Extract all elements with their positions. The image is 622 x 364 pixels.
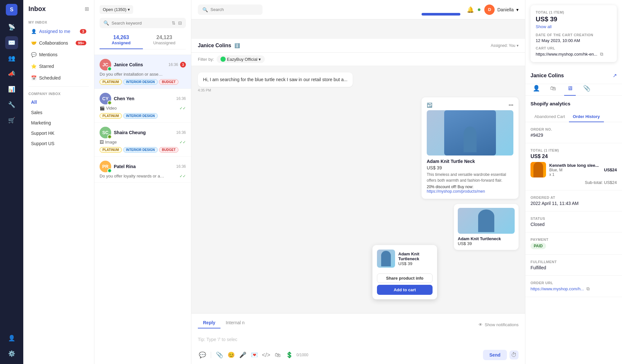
collab-icon: 🤝	[31, 40, 37, 46]
payment-label: PAYMENT	[531, 238, 617, 241]
sticker-icon[interactable]: 💌	[250, 350, 259, 359]
copy-url-icon[interactable]: ⧉	[600, 51, 603, 57]
sidebar-item-assigned-to-me[interactable]: 👤 Assigned to me 3	[26, 26, 91, 37]
product-image	[427, 110, 513, 155]
send-options-icon[interactable]: ⏱	[509, 350, 519, 359]
open-dropdown[interactable]: Open (1350) ▾	[100, 5, 133, 14]
nav-automation-icon[interactable]: 🔧	[5, 98, 18, 111]
share-product-info-button[interactable]: Share product info	[377, 273, 433, 283]
order-payment-section: PAYMENT PAID	[525, 232, 622, 255]
toolbar-right: Send ⏱	[483, 350, 519, 360]
notification-bell-icon[interactable]: 🔔	[467, 6, 474, 13]
nav-contacts-icon[interactable]: 👥	[5, 52, 18, 65]
sidebar-item-mentions[interactable]: 💬 Mentions	[26, 49, 91, 60]
attachment-icon[interactable]: 📎	[215, 350, 224, 359]
product-discount: 20% discount off! Buy now: https://mysho…	[427, 185, 513, 194]
nav-broadcast-icon[interactable]: 📣	[5, 67, 18, 80]
tab-assigned[interactable]: 14,263 Assigned	[100, 31, 143, 49]
search-input[interactable]	[112, 21, 169, 26]
conv-item-janice[interactable]: JC ✓ Janice Colins 16:36 3 Do you offer …	[94, 55, 191, 89]
mini-product-info: Adam Knit Turtleneck US$ 39	[398, 252, 433, 266]
chat-area: 🔍 🔔 D Daniella ▾ Janice Colins ℹ️ Assign…	[191, 0, 525, 364]
tab-unassigned[interactable]: 24,123 Unassigned	[143, 31, 186, 49]
sidebar-item-support-hk[interactable]: Support HK	[26, 128, 91, 138]
audio-icon[interactable]: 🎤	[238, 350, 247, 359]
sort-icon[interactable]: ⇅	[172, 20, 176, 26]
tab-icon-bag[interactable]: 🛍	[547, 84, 559, 96]
add-to-cart-button[interactable]: Add to cart	[377, 285, 433, 295]
emoji-icon[interactable]: 😊	[227, 350, 236, 359]
sidebar-item-marketing[interactable]: Marketing	[26, 118, 91, 128]
cart-date-label: DATE OF THE CART CREATION	[536, 33, 612, 37]
platform-wechat-dot-2: ✓	[107, 134, 112, 139]
msg-text-incoming: Hi, I am searching for the blue turtle n…	[203, 77, 348, 82]
user-info[interactable]: D Daniella ▾	[484, 5, 519, 15]
order-status-section: STATUS Closed	[525, 211, 622, 232]
sidebar-item-all[interactable]: All	[26, 97, 91, 107]
sidebar-item-support-us[interactable]: Support US	[26, 138, 91, 149]
tab-icon-person[interactable]: 👤	[531, 84, 542, 96]
tab-icon-monitor[interactable]: 🖥	[564, 84, 576, 96]
code-icon[interactable]: </>	[262, 350, 271, 359]
sidebar-item-collaborations[interactable]: 🤝 Collaborations 99+	[26, 37, 91, 49]
app-logo[interactable]: S	[6, 4, 17, 16]
tab-internal[interactable]: Internal n	[220, 317, 250, 328]
sidebar-item-starred[interactable]: ⭐ Starred	[26, 60, 91, 72]
global-search-input[interactable]	[210, 7, 265, 12]
conversation-list: Open (1350) ▾ 🔍 ⇅ ⊟ 14,263 Assigned 24,1…	[94, 0, 191, 364]
order-url-row: https://www.myshop.com/h... ⧉	[531, 286, 617, 292]
copy-order-url-icon[interactable]: ⧉	[586, 286, 590, 292]
product-image-2	[458, 208, 515, 234]
nav-settings-icon[interactable]: ⚙️	[5, 347, 18, 360]
external-link-icon[interactable]: ↗	[613, 72, 617, 79]
product-link[interactable]: https://myshop.com/products/men	[427, 189, 485, 194]
contact-info-icon[interactable]: ℹ️	[234, 43, 240, 48]
chat-input-box[interactable]: Tip: Type '/' to selec	[198, 334, 519, 347]
order-total-section: TOTAL (1 ITEM) US$ 24 Kenneth blue long …	[525, 143, 622, 190]
char-count: 0/1000	[296, 353, 308, 357]
product-icon[interactable]: 🛍	[273, 350, 282, 359]
order-item-info: Kenneth blue long slee... Blue, M x 1	[549, 163, 601, 177]
input-tip-text: Tip: Type '/' to selec	[198, 337, 237, 342]
right-panel: TOTAL (1 ITEM) US$ 39 Show all DATE OF T…	[525, 0, 622, 364]
user-dropdown-icon[interactable]: ▾	[516, 7, 519, 12]
tab-reply[interactable]: Reply	[198, 317, 220, 328]
filter-icon[interactable]: ⊟	[178, 20, 182, 26]
subtotal-value: US$24	[604, 180, 617, 185]
tab-icon-paperclip[interactable]: 📎	[581, 84, 593, 96]
reply-icon[interactable]: ↩️	[427, 102, 432, 108]
conv-preview-2: Image	[105, 140, 117, 145]
cart-show-all-link[interactable]: Show all	[536, 24, 612, 29]
nav-inbox-icon[interactable]: ✉️	[5, 36, 18, 49]
nav-cart-icon[interactable]: 🛒	[5, 114, 18, 127]
conv-item-shaira[interactable]: SC ✓ Shaira Cheung 16:36 🖼 Image ✓✓ PLAT…	[94, 123, 191, 157]
sidebar-item-scheduled[interactable]: 📅 Scheduled	[26, 72, 91, 84]
order-url-label: ORDER URL	[531, 281, 617, 285]
subtab-abandoned-cart[interactable]: Abandoned Cart	[531, 112, 569, 122]
my-inbox-label: MY INBOX	[23, 18, 94, 26]
show-notifications-btn[interactable]: 👁 Show notifications	[478, 322, 519, 327]
cart-url-value: https://www.myshop.com/hk-en...	[536, 52, 597, 57]
order-url-link[interactable]: https://www.myshop.com/h...	[531, 286, 584, 291]
msg-time-incoming: 4:35 PM	[198, 88, 211, 92]
subtab-order-history[interactable]: Order History	[569, 112, 604, 122]
conv-item-chen[interactable]: CY ✓ Chen Yen 16:36 🎬 Video ✓✓ PLATINUM …	[94, 89, 191, 123]
send-button[interactable]: Send	[483, 350, 507, 360]
scheduled-label: Scheduled	[39, 75, 60, 80]
conv-preview-3: Do you offer loyalty rewards or a custom…	[100, 174, 164, 178]
nav-feed-icon[interactable]: 📡	[5, 21, 18, 34]
filter-chip[interactable]: EazyBuy Official ▾	[217, 55, 265, 63]
dollar-icon[interactable]: 💲	[285, 350, 294, 359]
nav-analytics-icon[interactable]: 📊	[5, 83, 18, 96]
sidebar-toggle-icon[interactable]: ⊞	[85, 6, 89, 12]
nav-user-icon[interactable]: 👤	[5, 332, 18, 345]
assigned-dropdown-icon[interactable]: ▾	[517, 43, 519, 48]
assigned-count: 14,263	[100, 35, 143, 40]
order-item-image	[531, 162, 546, 177]
sidebar-item-sales[interactable]: Sales	[26, 107, 91, 118]
more-options-icon[interactable]: •••	[509, 102, 513, 108]
filter-by-label: Filter by:	[198, 57, 214, 62]
mentions-icon: 💬	[31, 52, 37, 57]
conv-item-patel[interactable]: PR ✓ Patel Rina 16:36 Do you offer loyal…	[94, 157, 191, 183]
whatsapp-icon[interactable]: 💬	[198, 350, 207, 359]
